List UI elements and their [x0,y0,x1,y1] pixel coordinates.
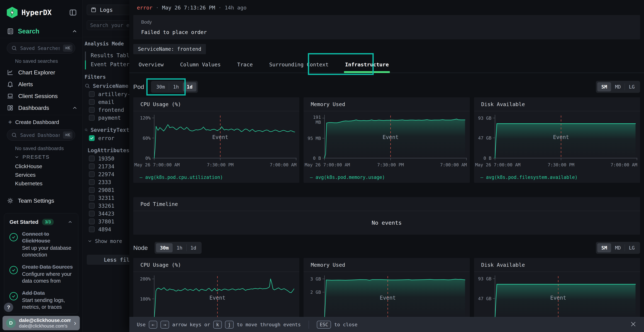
pod-size-lg[interactable]: LG [625,82,639,92]
sidebar-item-alerts[interactable]: Alerts [0,78,82,90]
svg-text:Event: Event [553,134,569,140]
checkbox[interactable] [89,226,95,232]
checkbox-checked[interactable] [89,135,95,141]
filter-option-19350[interactable]: 19350 [84,154,129,162]
event-search-placeholder: Search your ev [90,22,129,28]
filter-option-payment[interactable]: payment [84,114,129,122]
user-account-chip[interactable]: D dale@clickhouse.com dale@clickhouse.co… [2,316,80,330]
sidebar-item-label: Client Sessions [18,93,78,100]
less-filters-button[interactable]: Less fil [87,255,129,265]
help-button[interactable]: ? [4,303,13,312]
pod-size-md[interactable]: MD [611,82,625,92]
checkbox[interactable] [89,99,95,105]
filter-option-32311[interactable]: 32311 [84,194,129,202]
node-range-30m[interactable]: 30m [156,243,173,252]
node-size-md[interactable]: MD [611,243,625,252]
chart-legend-pod-disk: — avg(k8s.pod.filesystem.available) [480,174,578,180]
filter-option-email[interactable]: email [84,98,129,106]
mode-results-table[interactable]: Results Table [91,52,129,58]
get-started-items: Connect to ClickHouseSet up your databas… [10,230,73,310]
mode-event-patterns[interactable]: Event Patterns [91,61,129,68]
filter-option-label: 22974 [98,171,114,178]
checkbox[interactable] [89,107,95,113]
saved-searches-input[interactable]: Saved Searches ⌘K [7,42,75,54]
preset-kubernetes[interactable]: Kubernetes [15,179,79,188]
chart-title-pod-cpu: CPU Usage (%) [133,97,299,111]
create-dashboard-button[interactable]: + Create Dashboard [8,118,59,127]
filter-option-error[interactable]: error [84,134,129,142]
node-size-sm[interactable]: SM [597,243,611,252]
sidebar-item-dashboards[interactable]: Dashboards [0,102,82,114]
pod-size-sm[interactable]: SM [597,82,611,92]
team-settings-button[interactable]: Team Settings [7,195,78,206]
svg-text:95 MB: 95 MB [308,136,321,141]
node-range-1d[interactable]: 1d [186,243,200,252]
sidebar-item-client-sessions[interactable]: Client Sessions [0,90,82,102]
pod-range-30m[interactable]: 30m [152,82,169,92]
node-range-1h[interactable]: 1h [173,243,186,252]
pod-range-1h[interactable]: 1h [169,82,183,92]
sidebar-section-search[interactable]: Search [7,26,78,36]
sidebar-item-label: Dashboards [18,105,67,111]
tab-column-values[interactable]: Column Values [180,56,221,72]
chart-title-node-mem: Memory Used [304,258,470,272]
laptop-icon [7,93,14,100]
filter-option-4894[interactable]: 4894 [84,226,129,233]
checkbox[interactable] [89,187,95,193]
checkbox[interactable] [89,195,95,201]
chevron-up-icon[interactable] [68,219,73,225]
svg-text:2 GB: 2 GB [310,290,321,295]
checkbox[interactable] [89,156,95,161]
show-more-label: Show more [95,238,122,244]
checkbox[interactable] [89,218,95,224]
presets-toggle[interactable]: PRESETS [14,154,50,160]
filter-option-29081[interactable]: 29081 [84,186,129,194]
get-started-item-add-data[interactable]: Add DataStart sending logs, metrics, or … [10,290,73,310]
checkbox[interactable] [89,171,95,177]
preset-services[interactable]: Services [15,171,79,179]
filter-option-37801[interactable]: 37801 [84,218,129,226]
checkbox[interactable] [89,203,95,208]
node-size-lg[interactable]: LG [625,243,639,252]
event-detail-panel: error · May 26 7:13:26 PM · 14h ago Body… [129,0,644,332]
tab-overview[interactable]: Overview [139,56,164,72]
checkbox[interactable] [89,211,95,216]
filter-group-header-severitytext: SeverityText [84,126,129,134]
sidebar-collapse-icon[interactable] [68,8,78,17]
preset-clickhouse[interactable]: ClickHouse [15,162,79,171]
filter-option-label: 29081 [98,187,114,193]
event-timestamp: May 26 7:13:26 PM [162,5,215,11]
filter-option-artillery-loa[interactable]: artillery-loa [84,90,129,98]
chart-title-pod-mem: Memory Used [304,97,470,111]
checkbox[interactable] [89,115,95,120]
show-more-button[interactable]: Show more [84,237,129,245]
filter-option-frontend[interactable]: frontend [84,106,129,114]
checkbox[interactable] [89,179,95,185]
footer-arrow-text: arrow keys or [172,322,210,327]
filter-option-label: 2333 [98,179,111,185]
pod-range-1d[interactable]: 1d [183,82,196,92]
sidebar-item-chart-explorer[interactable]: Chart Explorer [0,66,82,78]
close-button[interactable] [630,321,636,328]
pod-size-control: SMMDLG [596,81,640,93]
footer-close-text: to close [334,322,358,327]
tab-infrastructure[interactable]: Infrastructure [345,56,389,72]
filter-option-34423[interactable]: 34423 [84,210,129,218]
saved-dashboards-input[interactable]: Saved Dashboards ⌘K [7,130,75,140]
source-selector-button[interactable]: Logs [87,5,129,15]
filter-groups: ServiceNameartillery-loaemailfrontendpay… [84,82,129,245]
service-name-chip[interactable]: ServiceName: frontend [133,44,206,54]
filter-option-2333[interactable]: 2333 [84,178,129,186]
event-search-input[interactable]: Search your ev [87,20,129,30]
get-started-item-connect-to-clickhouse[interactable]: Connect to ClickHouseSet up your databas… [10,230,73,258]
check-circle-icon [10,266,18,274]
checkbox[interactable] [89,91,95,97]
filter-option-22974[interactable]: 22974 [84,170,129,178]
checkbox[interactable] [89,164,95,169]
filter-option-21734[interactable]: 21734 [84,162,129,170]
tab-surrounding-context[interactable]: Surrounding Context [269,56,328,72]
filter-group-header-servicename: ServiceName [84,82,129,90]
filter-option-33261[interactable]: 33261 [84,202,129,210]
get-started-item-create-data-sources[interactable]: Create Data SourcesConfigure where your … [10,264,73,284]
tab-trace[interactable]: Trace [237,56,253,72]
